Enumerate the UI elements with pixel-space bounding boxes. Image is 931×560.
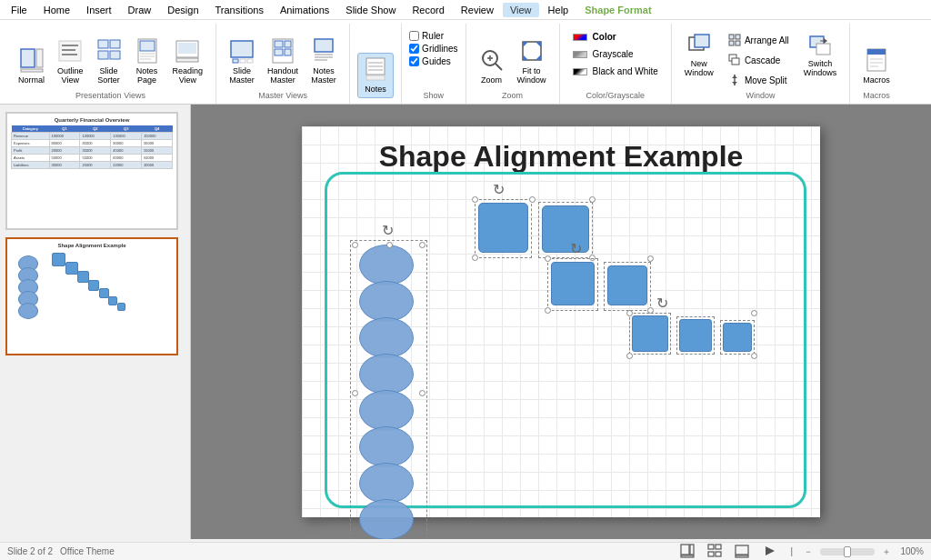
notes-master-button[interactable]: NotesMaster [305,35,342,89]
notes-page-button[interactable]: NotesPage [129,35,165,89]
sq-group3-rotate[interactable]: ↻ [656,295,668,312]
menu-review[interactable]: Review [454,3,501,17]
ribbon-group-presentation-views: Normal OutlineView [5,24,216,104]
sq-handle-bl[interactable] [472,255,478,261]
menu-animations[interactable]: Animations [273,3,336,17]
menu-shape-format[interactable]: Shape Format [577,3,658,17]
menu-insert[interactable]: Insert [79,3,119,17]
sq-handle-m-tr[interactable] [647,255,654,262]
square-sm-3[interactable] [723,323,752,352]
oval-6[interactable] [359,426,414,467]
oval-5[interactable] [359,390,414,431]
gridlines-checkbox[interactable]: Gridlines [409,44,457,54]
svg-rect-8 [110,40,120,48]
slide-sorter-button[interactable]: SlideSorter [91,35,127,89]
statusbar-presentation-btn[interactable] [759,544,779,560]
canvas-area[interactable]: Shape Alignment Example ↻ [191,105,931,539]
svg-rect-26 [275,49,283,55]
zoom-out-btn[interactable]: － [804,545,813,558]
handle-ml[interactable] [352,390,358,396]
sq-handle-m-bl[interactable] [545,307,551,314]
fit-window-icon [519,38,545,66]
handle-mr[interactable] [419,390,425,396]
oval-1[interactable] [359,245,414,285]
outline-view-button[interactable]: OutlineView [52,35,89,89]
fit-window-button[interactable]: Fit toWindow [512,35,552,89]
slide-canvas[interactable]: Shape Alignment Example ↻ [302,126,820,517]
sq-handle-s-bl[interactable] [626,353,633,359]
menu-transitions[interactable]: Transitions [208,3,271,17]
slide-master-icon [229,38,255,66]
menu-help[interactable]: Help [541,3,576,17]
menu-design[interactable]: Design [160,3,205,17]
ruler-check[interactable] [409,31,419,41]
sq-handle-tr[interactable] [589,196,596,203]
zoom-slider-thumb[interactable] [844,546,851,557]
oval-7[interactable] [359,463,414,504]
handout-master-button[interactable]: HandoutMaster [262,35,304,89]
oval-8[interactable] [359,499,414,539]
move-split-button[interactable]: Move Split [723,71,795,89]
guides-checkbox[interactable]: Guides [409,56,457,66]
switch-windows-button[interactable]: SwitchWindows [798,29,843,82]
svg-rect-19 [231,41,253,57]
guides-check[interactable] [409,56,419,66]
sq-handle-tl[interactable] [472,196,478,203]
slide1-title: Quarterly Financial Overview [11,117,173,123]
presentation-views-label: Presentation Views [75,89,145,102]
new-window-button[interactable]: NewWindow [679,29,719,82]
sq-handle-m-tl[interactable] [545,255,551,262]
normal-button[interactable]: Normal [13,44,50,89]
color-button[interactable]: Color [567,29,622,45]
handle-tm[interactable] [386,242,393,248]
menu-draw[interactable]: Draw [121,3,159,17]
slide-thumbnail-1[interactable]: Quarterly Financial Overview CategoryQ1Q… [5,112,178,230]
thumb-oval-5 [18,303,38,319]
notes-button[interactable]: Notes [357,53,394,98]
slide-thumbnail-2[interactable]: Shape Alignment Example [5,237,178,355]
square-med-1[interactable] [551,262,595,305]
cascade-button[interactable]: Cascade [723,51,795,69]
menu-view[interactable]: View [503,3,539,17]
handle-tl[interactable] [352,242,358,248]
svg-rect-51 [736,41,740,45]
oval-2[interactable] [359,281,414,322]
sq-handle-s-tl[interactable] [626,310,633,316]
sq-group2-select2 [604,262,651,311]
oval-3[interactable] [359,317,414,358]
zoom-button[interactable]: Zoom [474,44,510,89]
statusbar-normal-btn[interactable] [677,544,697,560]
slide-panel[interactable]: 1 Quarterly Financial Overview CategoryQ… [0,105,191,539]
ruler-checkbox[interactable]: Ruler [409,31,457,41]
menu-file[interactable]: File [4,3,35,17]
statusbar-reading-btn[interactable] [732,544,752,560]
square-sm-1[interactable] [632,315,668,352]
oval-rotate-handle[interactable]: ↻ [382,222,394,239]
black-white-button[interactable]: Black and White [567,64,664,79]
square-large-1[interactable] [478,203,528,253]
handle-tr[interactable] [419,242,425,248]
menu-home[interactable]: Home [36,3,77,17]
slide-master-button[interactable]: SlideMaster [224,35,260,89]
arrange-all-button[interactable]: Arrange All [723,31,795,49]
sq-group2-rotate[interactable]: ↻ [570,240,582,257]
svg-rect-17 [178,43,196,54]
menu-record[interactable]: Record [405,3,451,17]
square-sm-2[interactable] [679,319,712,352]
square-med-2[interactable] [607,265,647,305]
notes-icon [363,56,388,85]
sq-group1-rotate[interactable]: ↻ [493,181,505,198]
sq-handle-tm[interactable] [529,196,536,203]
statusbar-slidesorter-btn[interactable] [705,544,725,560]
notes-label: Notes [365,85,386,95]
menu-slideshow[interactable]: Slide Show [338,3,403,17]
square-large-2[interactable] [542,205,589,253]
oval-4[interactable] [359,354,414,395]
reading-view-button[interactable]: ReadingView [167,35,209,89]
grayscale-button[interactable]: Grayscale [567,46,639,62]
macros-button[interactable]: Macros [857,44,896,89]
gridlines-check[interactable] [409,44,419,54]
thumb-sq-2 [65,262,78,275]
zoom-in-btn[interactable]: ＋ [882,545,891,558]
zoom-slider[interactable] [820,548,875,555]
